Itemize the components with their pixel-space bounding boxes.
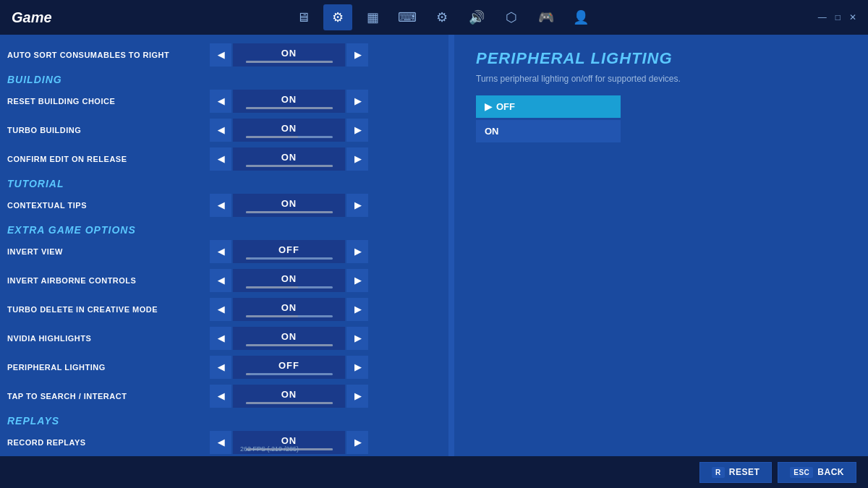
turbo-delete-row: TURBO DELETE IN CREATIVE MODE ◀ ON ▶ bbox=[7, 296, 448, 322]
app-title: Game bbox=[12, 9, 52, 26]
turbo-building-left-btn[interactable]: ◀ bbox=[210, 119, 231, 142]
record-replays-right-btn[interactable]: ▶ bbox=[346, 431, 368, 454]
contextual-tips-value: ON bbox=[281, 198, 297, 209]
keyboard-nav-icon[interactable]: ⌨ bbox=[393, 4, 422, 30]
turbo-delete-value: ON bbox=[281, 302, 297, 313]
peripheral-lighting-value: OFF bbox=[278, 360, 299, 371]
user-nav-icon[interactable]: 👤 bbox=[566, 4, 595, 30]
auto-sort-row: AUTO SORT CONSUMABLES TO RIGHT ◀ ON ▶ bbox=[7, 42, 448, 68]
peripheral-lighting-left-btn[interactable]: ◀ bbox=[210, 356, 231, 379]
invert-airborne-bar bbox=[246, 286, 333, 288]
peripheral-lighting-label: PERIPHERAL LIGHTING bbox=[7, 363, 210, 372]
contextual-tips-bar bbox=[246, 211, 333, 213]
invert-airborne-row: INVERT AIRBORNE CONTROLS ◀ ON ▶ bbox=[7, 267, 448, 294]
controller-nav-icon[interactable]: ⚙ bbox=[427, 4, 456, 30]
turbo-delete-value-box: ON bbox=[233, 298, 345, 321]
auto-sort-control: ◀ ON ▶ bbox=[210, 43, 368, 67]
nvidia-highlights-right-btn[interactable]: ▶ bbox=[346, 327, 368, 350]
confirm-edit-control: ◀ ON ▶ bbox=[210, 147, 368, 171]
confirm-edit-left-btn[interactable]: ◀ bbox=[210, 147, 231, 171]
peripheral-lighting-value-box: OFF bbox=[233, 356, 345, 379]
contextual-tips-label: CONTEXTUAL TIPS bbox=[7, 201, 210, 210]
option-on[interactable]: ON bbox=[476, 120, 621, 142]
replays-section-header: REPLAYS bbox=[7, 415, 448, 427]
nvidia-highlights-value: ON bbox=[281, 331, 297, 342]
turbo-building-right-btn[interactable]: ▶ bbox=[346, 119, 368, 142]
reset-building-control: ◀ ON ▶ bbox=[210, 90, 368, 113]
invert-view-value-box: OFF bbox=[233, 240, 345, 263]
option-arrow-icon: ▶ bbox=[485, 101, 492, 112]
nvidia-highlights-row: NVIDIA HIGHLIGHTS ◀ ON ▶ bbox=[7, 325, 448, 351]
maximize-btn[interactable]: □ bbox=[835, 12, 841, 22]
reset-building-label: RESET BUILDING CHOICE bbox=[7, 97, 210, 106]
nvidia-highlights-value-box: ON bbox=[233, 327, 345, 350]
contextual-tips-right-btn[interactable]: ▶ bbox=[346, 194, 368, 217]
display-nav-icon[interactable]: ▦ bbox=[358, 4, 387, 30]
fps-indicator: 262 FPS (.219 /285) bbox=[240, 445, 299, 453]
gear-nav-icon[interactable]: ⚙ bbox=[323, 4, 352, 30]
confirm-edit-right-btn[interactable]: ▶ bbox=[346, 147, 368, 171]
network-nav-icon[interactable]: ⬡ bbox=[497, 4, 526, 30]
confirm-edit-label: CONFIRM EDIT ON RELEASE bbox=[7, 155, 210, 163]
peripheral-lighting-control: ◀ OFF ▶ bbox=[210, 356, 368, 379]
record-replays-control: ◀ ON 262 FPS (.219 /285) ▶ bbox=[210, 431, 368, 454]
turbo-delete-label: TURBO DELETE IN CREATIVE MODE bbox=[7, 305, 210, 314]
invert-view-left-btn[interactable]: ◀ bbox=[210, 240, 231, 263]
nvidia-highlights-left-btn[interactable]: ◀ bbox=[210, 327, 231, 350]
invert-airborne-value: ON bbox=[281, 273, 297, 284]
turbo-delete-left-btn[interactable]: ◀ bbox=[210, 298, 231, 321]
audio-nav-icon[interactable]: 🔊 bbox=[462, 4, 491, 30]
invert-view-right-btn[interactable]: ▶ bbox=[346, 240, 368, 263]
invert-airborne-left-btn[interactable]: ◀ bbox=[210, 269, 231, 292]
window-controls: — □ ✕ bbox=[818, 12, 856, 22]
contextual-tips-control: ◀ ON ▶ bbox=[210, 194, 368, 217]
reset-building-row: RESET BUILDING CHOICE ◀ ON ▶ bbox=[7, 88, 448, 114]
right-panel: PERIPHERAL LIGHTING Turns peripheral lig… bbox=[454, 35, 868, 456]
tap-search-left-btn[interactable]: ◀ bbox=[210, 385, 231, 408]
turbo-building-row: TURBO BUILDING ◀ ON ▶ bbox=[7, 117, 448, 143]
gamepad-nav-icon[interactable]: 🎮 bbox=[532, 4, 561, 30]
turbo-delete-bar bbox=[246, 315, 333, 317]
monitor-nav-icon[interactable]: 🖥 bbox=[289, 4, 318, 30]
close-btn[interactable]: ✕ bbox=[849, 12, 856, 22]
contextual-tips-left-btn[interactable]: ◀ bbox=[210, 194, 231, 217]
tap-search-value-box: ON bbox=[233, 385, 345, 408]
reset-building-right-btn[interactable]: ▶ bbox=[346, 90, 368, 113]
auto-sort-left-btn[interactable]: ◀ bbox=[210, 43, 231, 67]
invert-view-bar bbox=[246, 257, 333, 260]
record-replays-left-btn[interactable]: ◀ bbox=[210, 431, 231, 454]
option-off[interactable]: ▶ OFF bbox=[476, 95, 621, 118]
option-off-label: OFF bbox=[496, 101, 515, 112]
minimize-btn[interactable]: — bbox=[818, 12, 827, 22]
auto-sort-right-btn[interactable]: ▶ bbox=[346, 43, 368, 67]
turbo-building-label: TURBO BUILDING bbox=[7, 126, 210, 134]
record-replays-label: RECORD REPLAYS bbox=[7, 438, 210, 447]
left-panel: AUTO SORT CONSUMABLES TO RIGHT ◀ ON ▶ BU… bbox=[0, 35, 448, 456]
reset-building-value: ON bbox=[281, 94, 297, 105]
tap-search-control: ◀ ON ▶ bbox=[210, 385, 368, 408]
invert-airborne-label: INVERT AIRBORNE CONTROLS bbox=[7, 276, 210, 285]
peripheral-lighting-right-btn[interactable]: ▶ bbox=[346, 356, 368, 379]
record-replays-value-box: ON 262 FPS (.219 /285) bbox=[233, 431, 345, 454]
auto-sort-bar bbox=[246, 61, 333, 63]
back-button[interactable]: ESC BACK bbox=[778, 462, 856, 483]
peripheral-lighting-bar bbox=[246, 373, 333, 375]
invert-airborne-right-btn[interactable]: ▶ bbox=[346, 269, 368, 292]
extra-options-header: EXTRA GAME OPTIONS bbox=[7, 224, 448, 236]
turbo-building-bar bbox=[246, 136, 333, 138]
record-replays-value: ON bbox=[281, 435, 297, 446]
tap-search-bar bbox=[246, 402, 333, 404]
reset-building-value-box: ON bbox=[233, 90, 345, 113]
invert-view-row: INVERT VIEW ◀ OFF ▶ bbox=[7, 239, 448, 265]
reset-button[interactable]: R RESET bbox=[699, 462, 772, 483]
confirm-edit-bar bbox=[246, 165, 333, 167]
tap-search-right-btn[interactable]: ▶ bbox=[346, 385, 368, 408]
scrollbar-divider bbox=[448, 35, 454, 456]
nvidia-highlights-control: ◀ ON ▶ bbox=[210, 327, 368, 350]
panel-description: Turns peripheral lighting on/off for sup… bbox=[476, 74, 846, 84]
reset-building-bar bbox=[246, 107, 333, 109]
nvidia-highlights-label: NVIDIA HIGHLIGHTS bbox=[7, 334, 210, 343]
reset-building-left-btn[interactable]: ◀ bbox=[210, 90, 231, 113]
title-bar: Game 🖥 ⚙ ▦ ⌨ ⚙ 🔊 ⬡ 🎮 👤 — □ ✕ bbox=[0, 0, 868, 35]
turbo-delete-right-btn[interactable]: ▶ bbox=[346, 298, 368, 321]
